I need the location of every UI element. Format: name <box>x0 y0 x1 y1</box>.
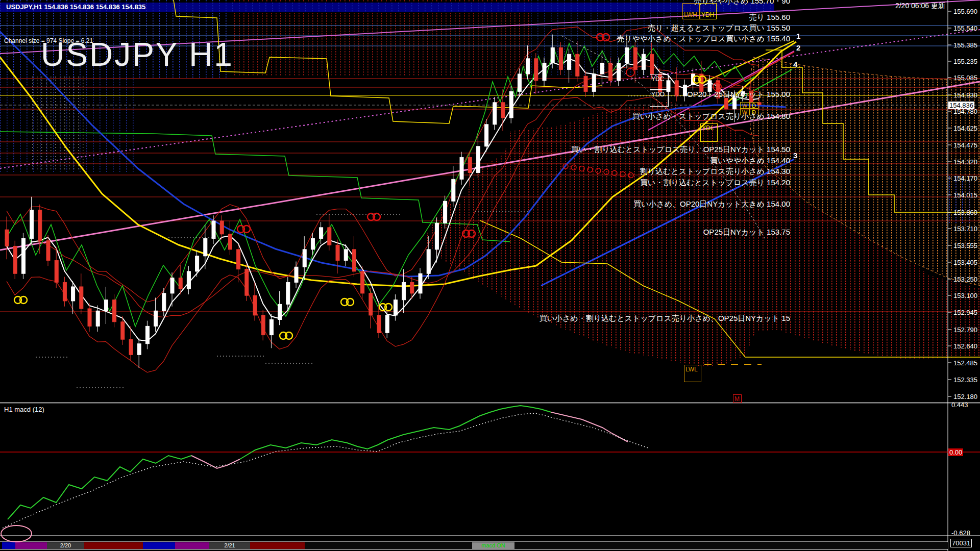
price-tick-label: 154.930 <box>953 91 977 99</box>
macd-max-label: 0.443 <box>950 401 969 409</box>
wd-cell: W <box>740 109 749 115</box>
price-tick-label: 153.405 <box>953 259 977 266</box>
timeline-segment[interactable]: 2/20 <box>47 542 84 549</box>
volume-counter: 70031 <box>950 539 972 547</box>
macd-min-label: -0.628 <box>950 529 971 537</box>
timeline-segment[interactable]: 2/21 <box>209 542 250 549</box>
price-tick-label: 154.170 <box>953 174 977 182</box>
price-tick-label: 152.335 <box>953 376 977 384</box>
wd-cell: D <box>749 102 758 109</box>
timeline-segment[interactable] <box>143 542 175 549</box>
price-annotation: 割り込むとストップロス売り小さめ 154.30 <box>640 167 790 177</box>
price-tick-label: 153.250 <box>953 276 977 283</box>
object-box-label: M <box>734 395 740 403</box>
object-box-label: YDL <box>702 124 714 132</box>
price-tick-label: 153.100 <box>953 292 977 299</box>
trendline-number: 2 <box>796 43 800 52</box>
trendline-number: 1 <box>796 32 800 40</box>
chart-canvas[interactable] <box>0 0 980 551</box>
trendline-number: 3 <box>793 151 797 160</box>
timeline-segment[interactable] <box>84 542 143 549</box>
price-annotation: 売りやや小さめ・ストップロス買い小さめ 155.40 <box>617 34 790 44</box>
object-box-ydo[interactable]: YDO <box>650 90 669 107</box>
object-box-label: YDC <box>651 76 664 83</box>
price-tick-label: 152.485 <box>953 359 977 367</box>
price-tick-label: 153.860 <box>953 209 977 216</box>
macd-panel-label: H1 macd (12) <box>4 406 44 413</box>
channel-info: Channel size = 974 Slope = 6.21 <box>4 38 93 44</box>
price-tick-label: 155.385 <box>953 41 977 49</box>
timeline-segment[interactable] <box>15 542 47 549</box>
price-tick-label: 154.015 <box>953 191 977 199</box>
price-tick-label: 152.640 <box>953 342 977 350</box>
price-annotation: 買い・割り込むとストップロス売り、OP25日NYカット 154.50 <box>571 145 790 155</box>
price-annotation: 売り 155.60 <box>749 13 790 22</box>
price-tick-label: 155.085 <box>953 74 977 82</box>
price-annotation: 買い小さめ・ストップロス売り小さめ 154.80 <box>632 112 790 121</box>
object-box-label: YDH <box>701 11 714 18</box>
price-tick-label: 153.710 <box>953 225 977 233</box>
object-box-lwl[interactable]: LWL <box>684 365 701 382</box>
price-annotation: OP20・25日NYカット 155.00 <box>687 90 790 99</box>
price-tick-label: 152.180 <box>953 393 977 400</box>
timeline-segment[interactable] <box>305 542 472 549</box>
chart-title: USDJPY,H1 154.836 154.836 154.836 154.83… <box>6 4 145 11</box>
price-annotation: OP25日NYカット 153.75 <box>703 228 790 237</box>
price-annotation: 買い小さめ・割り込むとストップロス売り小さめ、OP25日NYカット 15 <box>540 314 790 323</box>
wd-cell: D <box>749 109 758 115</box>
price-tick-label: 152.945 <box>953 309 977 316</box>
price-annotation: 買い・割り込むとストップロス売り 154.20 <box>640 178 790 188</box>
price-tick-label: 155.690 <box>953 8 977 15</box>
object-box-ydl[interactable]: YDL <box>700 123 718 142</box>
wd-cell: W <box>740 102 749 109</box>
timeline-label: 2/20 <box>47 542 84 548</box>
object-box-ydh[interactable]: YDH <box>700 3 717 19</box>
timeline-segment[interactable]: macd ON <box>472 542 514 549</box>
timeline-label: macd ON <box>472 542 514 548</box>
price-tick-label: 154.320 <box>953 158 977 166</box>
timeline-segment[interactable] <box>175 542 209 549</box>
object-box-m[interactable]: M <box>733 394 742 403</box>
price-tick-label: 154.625 <box>953 124 977 132</box>
price-annotation: 売り・超えるとストップロス買い 155.50 <box>648 23 790 33</box>
object-box-lwh[interactable]: LWH <box>682 3 700 19</box>
price-tick-label: 155.540 <box>953 24 977 32</box>
price-tick-label: 153.555 <box>953 242 977 249</box>
timeline-segment[interactable] <box>250 542 305 549</box>
object-box-label: YDO <box>651 91 665 98</box>
timeline-label: 2/21 <box>209 542 250 548</box>
trendline-number: 4 <box>793 60 797 69</box>
object-box-ydc[interactable]: YDC <box>650 74 669 90</box>
price-tick-label: 152.790 <box>953 326 977 334</box>
price-tick-label: 154.780 <box>953 108 977 115</box>
price-annotation: 買い小さめ、OP20日NYカット大きめ 154.00 <box>633 199 790 209</box>
price-tick-label: 154.475 <box>953 141 977 149</box>
price-annotation: 買いやや小さめ 154.40 <box>710 156 790 166</box>
macd-zero-chip: 0.00 <box>948 448 963 456</box>
update-timestamp: 2/20 06:06 更新 <box>895 2 945 10</box>
object-box-label: LWL <box>685 366 698 373</box>
timeline-segment[interactable] <box>514 542 948 549</box>
trading-chart-window: { "header": { "title": "USDJPY,H1 154.83… <box>0 0 980 551</box>
timeline-segment[interactable] <box>2 542 15 549</box>
price-tick-label: 155.235 <box>953 58 977 65</box>
object-box-label: LWH <box>684 11 697 18</box>
